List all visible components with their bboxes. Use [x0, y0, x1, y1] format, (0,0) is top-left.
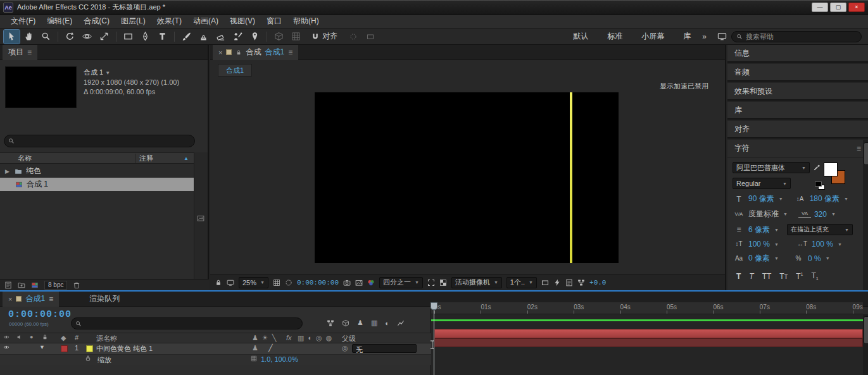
property-label[interactable]: 缩放	[97, 355, 111, 365]
tab-render-queue[interactable]: 渲染队列	[89, 293, 120, 304]
horizontal-scale-value[interactable]: 100 %	[812, 240, 833, 249]
source-name-column-header[interactable]: 源名称	[96, 334, 117, 343]
snapshot-icon[interactable]	[343, 279, 351, 286]
resolution-select[interactable]: 四分之一▼	[379, 277, 423, 288]
yellow-solid-layer[interactable]	[570, 92, 572, 263]
puppet-pin-tool[interactable]	[247, 30, 263, 44]
subscript-icon[interactable]: T1	[811, 271, 818, 281]
project-search-input[interactable]	[18, 137, 170, 146]
close-tab-icon[interactable]: ×	[218, 49, 222, 56]
exposure-value[interactable]: +0.0	[589, 279, 606, 286]
mask-visibility-icon[interactable]	[285, 279, 292, 286]
chevron-down-icon[interactable]: ▼	[774, 228, 779, 232]
superscript-icon[interactable]: T1	[796, 272, 803, 281]
layer-label-color[interactable]	[61, 345, 68, 352]
pixel-aspect-icon[interactable]	[541, 279, 549, 286]
kerning-value[interactable]: 度量标准	[748, 209, 779, 219]
chevron-down-icon[interactable]: ▼	[826, 256, 830, 261]
chevron-down-icon[interactable]: ▼	[838, 242, 842, 247]
layer-shy-switch-icon[interactable]: ♟	[252, 344, 258, 352]
column-comment[interactable]: 注释	[139, 154, 153, 163]
help-search-input[interactable]	[746, 33, 841, 40]
rotation-tool[interactable]	[62, 30, 78, 44]
restore-button[interactable]: ▢	[830, 3, 846, 12]
panel-tab-align[interactable]: 对齐	[727, 121, 868, 138]
composition-viewport[interactable]	[315, 92, 619, 263]
small-caps-icon[interactable]: Tᴛ	[779, 272, 788, 281]
scale-property-row[interactable]: 缩放 1.0, 100.0%	[0, 354, 431, 365]
preview-flag-icon[interactable]: ▼	[105, 70, 110, 76]
tab-composition[interactable]: × 合成 合成1 ≡	[213, 45, 298, 60]
hand-tool[interactable]	[21, 30, 37, 44]
font-size-value[interactable]: 90 像素	[748, 194, 774, 204]
viewer-comp-tab[interactable]: 合成1	[218, 64, 252, 77]
rectangle-tool[interactable]	[120, 30, 136, 44]
clone-stamp-tool[interactable]	[196, 30, 211, 44]
comp-timecode[interactable]: 0:00:00:00	[297, 279, 339, 286]
font-style-select[interactable]: Regular ▼	[733, 178, 791, 189]
draft-3d-icon[interactable]	[342, 319, 349, 327]
panel-tab-audio[interactable]: 音频	[727, 64, 868, 82]
zoom-tool[interactable]	[38, 30, 54, 44]
constrain-proportions-icon[interactable]	[251, 355, 257, 362]
playhead-line[interactable]	[434, 302, 434, 375]
timeline-button-icon[interactable]	[565, 279, 573, 286]
camera-tool[interactable]	[79, 30, 95, 44]
show-snapshot-icon[interactable]	[355, 279, 363, 286]
viewer-monitor-icon[interactable]	[227, 279, 234, 286]
layer-quality-switch-icon[interactable]: ╱	[268, 344, 273, 352]
axis-mode-world-icon[interactable]	[288, 30, 304, 44]
grid-guides-icon[interactable]	[273, 279, 280, 286]
layer-duration-bar[interactable]	[434, 329, 863, 338]
font-family-select[interactable]: 阿里巴巴普惠体 ▼	[733, 162, 810, 173]
workspace-menu-icon[interactable]	[714, 30, 730, 44]
chevron-down-icon[interactable]: ▼	[831, 212, 836, 216]
lock-icon[interactable]	[236, 49, 242, 56]
roto-brush-tool[interactable]	[230, 30, 246, 44]
workspace-tab-3[interactable]: 库	[682, 30, 692, 43]
scrollbar-thumb[interactable]	[864, 142, 868, 165]
pan-behind-tool[interactable]	[96, 30, 112, 44]
interpret-footage-icon[interactable]	[4, 281, 12, 289]
project-row-comp[interactable]: 合成 1	[0, 178, 195, 191]
brush-tool[interactable]	[179, 30, 194, 44]
layer-disclosure-icon[interactable]: ▼	[39, 344, 45, 350]
viewer-lock-icon[interactable]	[215, 279, 222, 286]
workspace-tab-0[interactable]: 默认	[572, 30, 589, 43]
layer-name[interactable]: 中间色黄色 纯色 1	[96, 344, 153, 353]
pen-tool[interactable]	[137, 30, 153, 44]
close-button[interactable]: ×	[848, 3, 865, 12]
camera-view-select[interactable]: 活动摄像机▼	[451, 277, 502, 288]
timeline-search-input[interactable]	[85, 319, 275, 328]
chevron-down-icon[interactable]: ▼	[774, 242, 779, 247]
tsume-value[interactable]: 0 %	[808, 254, 821, 263]
tab-timeline-comp[interactable]: × 合成1 ≡	[3, 292, 59, 307]
magnification-select[interactable]: 25%▼	[239, 277, 268, 288]
baseline-shift-value[interactable]: 0 像素	[748, 253, 770, 264]
motion-blur-icon[interactable]: ◐	[385, 319, 389, 327]
chevron-down-icon[interactable]: ▼	[774, 256, 779, 261]
stopwatch-icon[interactable]	[85, 355, 91, 362]
timeline-ruler[interactable]: 0s01s02s03s04s05s06s07s08s09s	[431, 302, 863, 314]
panel-tab-library[interactable]: 库	[727, 102, 868, 120]
workspace-overflow[interactable]: »	[702, 32, 707, 41]
workspace-tab-2[interactable]: 小屏幕	[640, 30, 665, 43]
parent-select[interactable]: 无 ▼	[352, 344, 417, 353]
project-bit-depth[interactable]: 8 bpc	[44, 281, 67, 290]
character-panel-title[interactable]: 字符	[734, 143, 750, 154]
new-folder-icon[interactable]	[18, 281, 25, 289]
layer-row[interactable]: ▼ 1 中间色黄色 纯色 1 ♟ ╱ ◎ 无 ▼	[0, 343, 431, 354]
flowchart-icon[interactable]	[577, 279, 585, 286]
graph-editor-icon[interactable]	[397, 319, 405, 327]
fill-stroke-mode-select[interactable]: 在描边上填充 ▼	[787, 224, 853, 235]
panel-tab-effects-presets[interactable]: 效果和预设	[727, 83, 868, 101]
trash-icon[interactable]	[73, 281, 80, 289]
playhead-handle[interactable]	[431, 302, 437, 310]
mini-flowchart-icon[interactable]	[327, 319, 334, 327]
selection-tool[interactable]	[4, 30, 20, 44]
view-layout-select[interactable]: 1个..▼	[506, 277, 537, 288]
panel-tab-info[interactable]: 信息	[727, 45, 868, 63]
panel-menu-icon[interactable]: ≡	[288, 48, 292, 57]
region-of-interest-icon[interactable]	[427, 279, 435, 286]
scrollbar-thumb[interactable]	[864, 316, 868, 344]
